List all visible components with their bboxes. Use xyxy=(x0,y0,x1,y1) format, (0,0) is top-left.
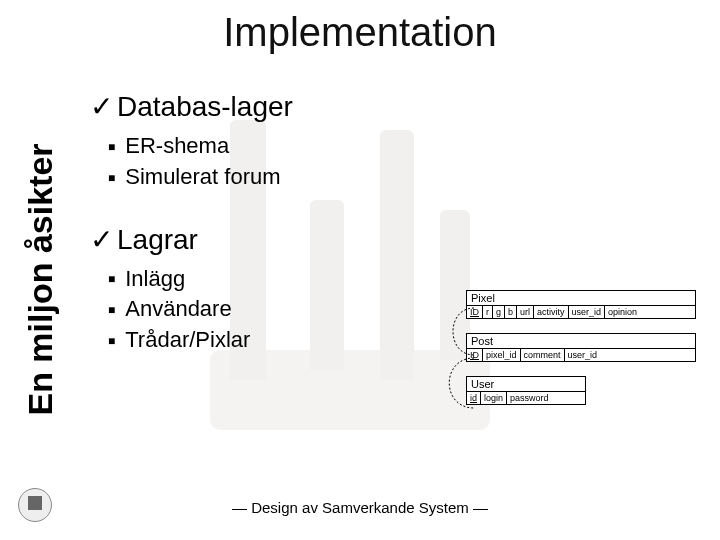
list-item-label: ER-shema xyxy=(125,133,229,158)
list-item: ■Inlägg xyxy=(108,264,420,295)
er-col: r xyxy=(483,306,493,318)
er-relationship-lines xyxy=(426,300,476,420)
er-col: opinion xyxy=(605,306,640,318)
er-table-post: Post ID pixel_id comment user_id xyxy=(466,333,696,362)
er-col: url xyxy=(517,306,534,318)
footer-text: — Design av Samverkande System — xyxy=(0,499,720,516)
er-table-user: User id login password xyxy=(466,376,586,405)
list-item-label: Användare xyxy=(125,296,231,321)
er-table-columns: ID pixel_id comment user_id xyxy=(467,349,695,361)
square-bullet-icon: ■ xyxy=(108,139,115,156)
page-title: Implementation xyxy=(0,10,720,55)
check-icon: ✓ xyxy=(90,224,113,255)
square-bullet-icon: ■ xyxy=(108,333,115,350)
list-item-label: Simulerat forum xyxy=(125,164,280,189)
list-item-label: Inlägg xyxy=(125,266,185,291)
section-heading-lagrar: ✓Lagrar xyxy=(90,223,420,256)
sidebar-title: En miljon åsikter xyxy=(21,90,60,470)
er-col: user_id xyxy=(565,349,601,361)
er-table-columns: id login password xyxy=(467,392,585,404)
square-bullet-icon: ■ xyxy=(108,302,115,319)
list-item: ■Trådar/Pixlar xyxy=(108,325,420,356)
list-item: ■Simulerat forum xyxy=(108,162,420,193)
square-bullet-icon: ■ xyxy=(108,271,115,288)
bullet-list: ■Inlägg ■Användare ■Trådar/Pixlar xyxy=(108,264,420,356)
er-table-title: Pixel xyxy=(467,291,695,306)
bullet-list: ■ER-shema ■Simulerat forum xyxy=(108,131,420,193)
list-item-label: Trådar/Pixlar xyxy=(125,327,250,352)
list-item: ■Användare xyxy=(108,294,420,325)
er-col: activity xyxy=(534,306,569,318)
check-icon: ✓ xyxy=(90,91,113,122)
list-item: ■ER-shema xyxy=(108,131,420,162)
er-col: b xyxy=(505,306,517,318)
er-col: comment xyxy=(521,349,565,361)
er-table-columns: ID r g b url activity user_id opinion xyxy=(467,306,695,318)
section-heading-databas: ✓Databas-lager xyxy=(90,90,420,123)
er-table-title: Post xyxy=(467,334,695,349)
heading-text: Lagrar xyxy=(117,224,198,255)
er-col: password xyxy=(507,392,552,404)
er-col: pixel_id xyxy=(483,349,521,361)
er-col: login xyxy=(481,392,507,404)
er-col: g xyxy=(493,306,505,318)
er-diagram: Pixel ID r g b url activity user_id opin… xyxy=(466,290,696,419)
er-col: user_id xyxy=(569,306,606,318)
er-table-title: User xyxy=(467,377,585,392)
square-bullet-icon: ■ xyxy=(108,170,115,187)
heading-text: Databas-lager xyxy=(117,91,293,122)
er-table-pixel: Pixel ID r g b url activity user_id opin… xyxy=(466,290,696,319)
content-area: ✓Databas-lager ■ER-shema ■Simulerat foru… xyxy=(90,80,420,386)
